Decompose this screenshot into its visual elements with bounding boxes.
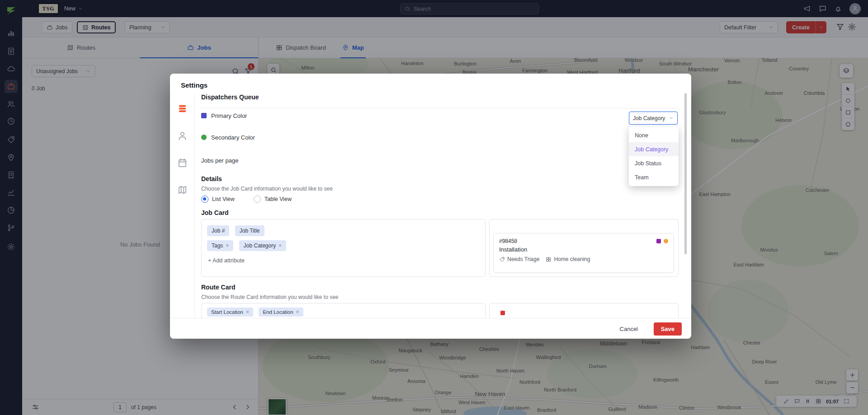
remove-chip-icon[interactable] xyxy=(296,309,299,315)
secondary-color-label: Secondary Color xyxy=(211,134,255,141)
radio-unselected-icon xyxy=(254,196,261,203)
route-card-preview-panel xyxy=(489,303,679,318)
status-color-dot xyxy=(664,239,668,243)
settings-modal: Settings Dispatchers Queue Primary Color… xyxy=(170,74,691,339)
category-color-square xyxy=(656,239,661,243)
secondary-color-swatch xyxy=(201,135,207,140)
remove-chip-icon[interactable] xyxy=(278,243,282,248)
chip-label: Job Category xyxy=(244,242,276,249)
chip-job-title[interactable]: Job Title xyxy=(235,225,264,236)
menu-item-job-category[interactable]: Job Category xyxy=(629,142,679,156)
modal-footer: Cancel Save xyxy=(170,318,691,339)
chip-label: Job # xyxy=(212,228,225,234)
modal-title: Settings xyxy=(181,81,208,89)
divider xyxy=(201,108,679,108)
preview-job-title: Installation xyxy=(499,246,668,253)
list-view-label: List View xyxy=(212,196,235,202)
job-card-preview: #98458 Installation Needs Triage Home cl… xyxy=(493,233,674,273)
table-view-label: Table View xyxy=(264,196,292,202)
job-card-attributes: Job # Job Title Tags Job Category + Add … xyxy=(201,219,486,277)
preview-status-label: Needs Triage xyxy=(507,256,539,262)
chip-end-location[interactable]: End Location xyxy=(259,308,303,317)
schedule-settings-icon[interactable] xyxy=(177,158,188,168)
modal-scrollbar[interactable] xyxy=(684,93,687,254)
job-card-title: Job Card xyxy=(201,209,229,216)
chip-job-category[interactable]: Job Category xyxy=(239,240,286,251)
app-screen: TSG New xyxy=(0,0,868,415)
chip-label: Tags xyxy=(212,242,223,249)
radio-selected-icon xyxy=(201,196,208,203)
modal-rail xyxy=(170,93,195,318)
details-subtitle: Choose the Job Card information you woul… xyxy=(201,186,333,192)
menu-item-none[interactable]: None xyxy=(629,128,679,142)
chip-label: Job Title xyxy=(240,228,260,234)
primary-color-swatch xyxy=(201,113,207,118)
menu-item-team[interactable]: Team xyxy=(629,170,679,184)
view-options: List View Table View xyxy=(201,196,292,203)
save-button[interactable]: Save xyxy=(654,322,682,336)
preview-job-number: #98458 xyxy=(499,238,517,244)
chip-label: End Location xyxy=(263,309,293,315)
status-icon xyxy=(499,256,505,262)
jobs-per-page-label: Jobs per page xyxy=(201,157,238,164)
route-color-square xyxy=(500,311,505,315)
chip-tags[interactable]: Tags xyxy=(207,240,233,251)
table-view-option[interactable]: Table View xyxy=(254,196,292,203)
job-card-preview-panel: #98458 Installation Needs Triage Home cl… xyxy=(489,219,679,277)
section-title: Dispatchers Queue xyxy=(201,93,259,101)
primary-color-label: Primary Color xyxy=(211,112,247,119)
preview-marks xyxy=(656,239,668,243)
chip-job-number[interactable]: Job # xyxy=(207,225,229,236)
preview-status: Needs Triage xyxy=(499,256,539,262)
remove-chip-icon[interactable] xyxy=(226,243,229,248)
primary-color-select[interactable]: Job Category xyxy=(629,112,678,125)
chip-label: Start Location xyxy=(211,309,243,315)
remove-chip-icon[interactable] xyxy=(246,309,249,315)
route-card-subtitle: Choose the Route Card information you wo… xyxy=(201,294,339,300)
chip-start-location[interactable]: Start Location xyxy=(207,308,253,317)
list-view-option[interactable]: List View xyxy=(201,196,235,203)
details-title: Details xyxy=(201,175,222,182)
route-card-attributes: Start Location End Location xyxy=(201,303,486,318)
preview-category-label: Home cleaning xyxy=(554,256,590,262)
user-settings-icon[interactable] xyxy=(177,131,188,141)
menu-item-job-status[interactable]: Job Status xyxy=(629,156,679,170)
primary-color-select-value: Job Category xyxy=(633,115,665,121)
route-card-title: Route Card xyxy=(201,284,235,291)
category-icon xyxy=(546,256,552,262)
dispatch-settings-icon[interactable] xyxy=(177,103,188,114)
chevron-down-icon xyxy=(669,116,674,121)
cancel-button[interactable]: Cancel xyxy=(613,322,644,336)
map-settings-icon[interactable] xyxy=(177,185,188,195)
preview-category: Home cleaning xyxy=(546,256,590,262)
color-by-dropdown-menu: None Job Category Job Status Team xyxy=(629,126,679,186)
add-attribute-button[interactable]: + Add attribute xyxy=(208,257,245,264)
